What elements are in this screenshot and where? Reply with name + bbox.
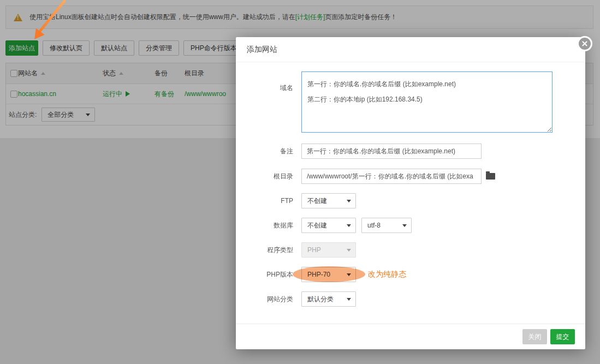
caret-down-icon — [347, 200, 351, 202]
php-version-select[interactable]: PHP-70 — [301, 267, 356, 282]
caret-down-icon — [347, 298, 351, 301]
domain-row: 域名 第一行：你的域名.你的域名后缀 (比如example.net) 第二行：你… — [236, 71, 585, 133]
folder-icon[interactable] — [486, 173, 495, 180]
close-button[interactable] — [577, 36, 592, 51]
ftp-select[interactable]: 不创建 — [301, 193, 356, 208]
program-type-select: PHP — [301, 242, 356, 258]
database-row: 数据库 不创建 utf-8 — [236, 218, 585, 233]
site-category-select[interactable]: 默认分类 — [301, 291, 356, 307]
dialog-body: 域名 第一行：你的域名.你的域名后缀 (比如example.net) 第二行：你… — [236, 62, 585, 307]
database-select[interactable]: 不创建 — [301, 218, 356, 233]
domain-label: 域名 — [236, 71, 293, 93]
charset-select[interactable]: utf-8 — [361, 218, 412, 233]
note-input[interactable] — [301, 144, 482, 159]
note-label: 备注 — [236, 147, 293, 156]
domain-input[interactable]: 第一行：你的域名.你的域名后缀 (比如example.net) 第二行：你的本地… — [301, 71, 553, 133]
ftp-row: FTP 不创建 — [236, 193, 585, 208]
cancel-button[interactable]: 关闭 — [522, 329, 547, 344]
php-version-label: PHP版本 — [236, 270, 293, 279]
caret-down-icon — [347, 273, 351, 276]
root-dir-row: 根目录 — [236, 169, 585, 184]
site-category-row: 网站分类 默认分类 — [236, 291, 585, 307]
submit-button[interactable]: 提交 — [550, 329, 575, 344]
program-type-row: 程序类型 PHP — [236, 242, 585, 258]
dialog-header: 添加网站 — [236, 37, 585, 62]
dialog-footer: 关闭 提交 — [236, 324, 585, 349]
close-icon — [579, 38, 591, 50]
ftp-label: FTP — [236, 197, 293, 205]
note-row: 备注 — [236, 144, 585, 159]
root-dir-label: 根目录 — [236, 172, 293, 181]
root-dir-input[interactable] — [301, 169, 482, 184]
caret-down-icon — [347, 224, 351, 227]
database-label: 数据库 — [236, 221, 293, 230]
php-version-row: PHP版本 PHP-70 改为纯静态 — [236, 267, 585, 282]
program-type-label: 程序类型 — [236, 246, 293, 255]
caret-down-icon — [347, 249, 351, 252]
dialog-title: 添加网站 — [247, 45, 277, 55]
php-note-annotation: 改为纯静态 — [368, 270, 406, 279]
site-category-label: 网站分类 — [236, 295, 293, 304]
caret-down-icon — [402, 224, 407, 227]
add-site-dialog: 添加网站 域名 第一行：你的域名.你的域名后缀 (比如example.net) … — [236, 37, 585, 349]
